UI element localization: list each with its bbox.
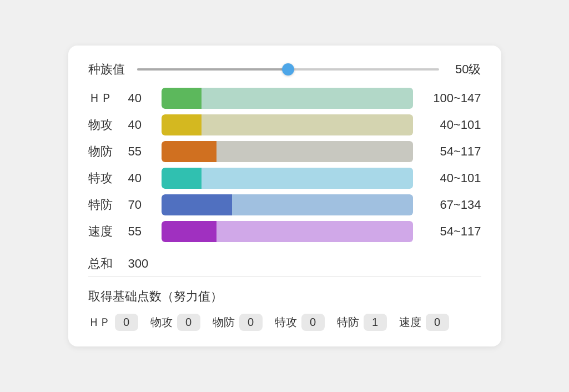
- ev-label-1: 物攻: [150, 315, 173, 330]
- ev-label-3: 特攻: [275, 315, 297, 330]
- stat-row: 特防 70 67~134: [88, 194, 481, 215]
- stat-name-3: 特攻: [88, 170, 128, 187]
- total-label: 总和: [88, 255, 128, 272]
- stat-bar-full-1: [202, 114, 413, 135]
- stat-range-2: 54~117: [420, 144, 481, 159]
- stat-bar-full-0: [202, 88, 413, 109]
- stat-row: ＨＰ 40 100~147: [88, 88, 481, 109]
- ev-badge-4: 1: [364, 314, 387, 331]
- ev-badge-5: 0: [426, 314, 449, 331]
- ev-row: ＨＰ0物攻0物防0特攻0特防1速度0: [88, 314, 481, 331]
- ev-label-5: 速度: [399, 315, 421, 330]
- ev-label-0: ＨＰ: [88, 315, 110, 330]
- slider-value: 50级: [448, 61, 481, 78]
- stat-range-0: 100~147: [420, 91, 481, 105]
- slider-row: 种族值 50级: [88, 61, 481, 78]
- stat-bar-base-1: [162, 114, 202, 135]
- stats-section: ＨＰ 40 100~147 物攻 40 40~101 物防 55 54~117: [88, 88, 481, 242]
- stat-range-5: 54~117: [420, 224, 481, 239]
- stat-name-2: 物防: [88, 143, 128, 160]
- stat-bar-base-4: [162, 194, 232, 215]
- stat-bar-base-5: [162, 221, 217, 242]
- stat-bar-3: [162, 168, 414, 189]
- slider-thumb[interactable]: [282, 63, 294, 76]
- stat-name-4: 特防: [88, 197, 128, 213]
- stat-range-4: 67~134: [420, 198, 481, 212]
- stat-row: 物防 55 54~117: [88, 141, 481, 162]
- stat-bar-base-0: [162, 88, 202, 109]
- ev-section: 取得基础点数（努力值） ＨＰ0物攻0物防0特攻0特防1速度0: [88, 277, 481, 331]
- ev-title: 取得基础点数（努力值）: [88, 288, 481, 305]
- slider-fill: [137, 68, 288, 71]
- ev-label-4: 特防: [337, 315, 359, 330]
- stat-base-2: 55: [128, 144, 155, 159]
- stat-row: 速度 55 54~117: [88, 221, 481, 242]
- stat-base-0: 40: [128, 91, 155, 105]
- ev-badge-0: 0: [115, 314, 138, 331]
- stat-bar-full-4: [232, 194, 414, 215]
- slider-track: [137, 68, 439, 71]
- ev-badge-1: 0: [177, 314, 200, 331]
- stat-name-1: 物攻: [88, 117, 128, 133]
- stat-row: 特攻 40 40~101: [88, 168, 481, 189]
- stat-row: 物攻 40 40~101: [88, 114, 481, 135]
- stat-range-3: 40~101: [420, 171, 481, 185]
- stat-name-0: ＨＰ: [88, 90, 128, 107]
- stat-bar-2: [162, 141, 414, 162]
- total-value: 300: [128, 257, 155, 271]
- stat-range-1: 40~101: [420, 118, 481, 132]
- stat-bar-4: [162, 194, 414, 215]
- ev-badge-3: 0: [301, 314, 325, 331]
- stats-card: 种族值 50级 ＨＰ 40 100~147 物攻 40 40~101: [68, 46, 501, 346]
- ev-badge-2: 0: [239, 314, 263, 331]
- stat-bar-5: [162, 221, 414, 242]
- slider-track-wrap[interactable]: [137, 64, 439, 75]
- stat-bar-full-5: [216, 221, 413, 242]
- ev-label-2: 物防: [213, 315, 235, 330]
- stat-bar-full-3: [202, 168, 413, 189]
- stat-bar-full-2: [216, 141, 413, 162]
- stat-base-5: 55: [128, 224, 155, 239]
- stat-bar-base-3: [162, 168, 202, 189]
- total-row: 总和 300: [88, 255, 481, 272]
- stat-name-5: 速度: [88, 223, 128, 240]
- stat-bar-base-2: [162, 141, 217, 162]
- stat-base-4: 70: [128, 198, 155, 212]
- slider-label: 种族值: [88, 61, 128, 78]
- stat-bar-1: [162, 114, 414, 135]
- stat-base-1: 40: [128, 118, 155, 132]
- stat-bar-0: [162, 88, 414, 109]
- stat-base-3: 40: [128, 171, 155, 185]
